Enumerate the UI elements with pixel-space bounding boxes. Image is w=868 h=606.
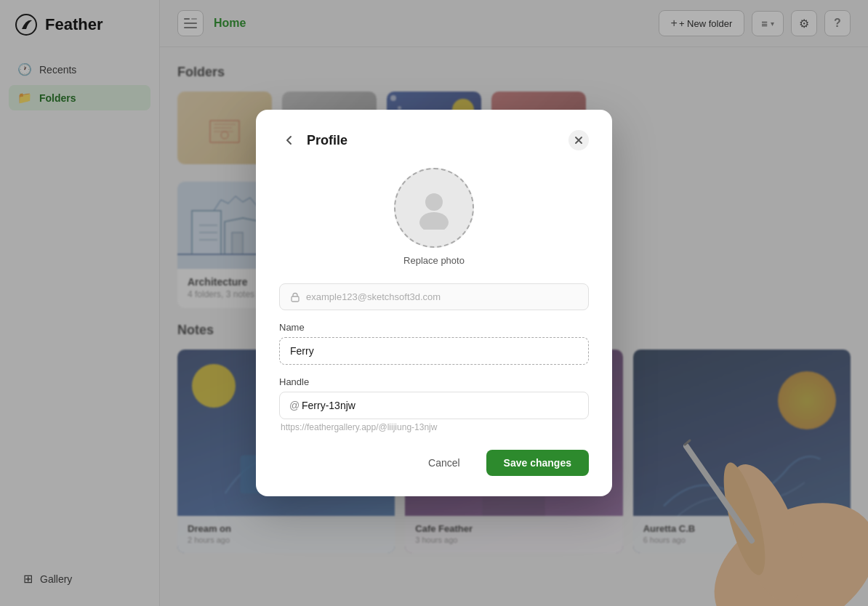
svg-point-21 [425,193,443,211]
handle-field-label: Handle [279,376,589,387]
at-symbol: @ [289,400,300,411]
lock-icon [290,292,300,302]
back-arrow-icon [283,134,296,147]
handle-field-wrapper: @ [279,392,589,419]
modal-overlay[interactable]: Profile Replace photo [0,0,868,606]
svg-rect-23 [292,296,299,302]
save-changes-button[interactable]: Save changes [486,450,589,476]
handle-input[interactable] [279,392,589,419]
avatar-section: Replace photo [279,168,589,266]
modal-close-button[interactable] [568,130,589,150]
avatar-upload-area[interactable] [394,168,474,248]
email-value: example123@sketchsoft3d.com [306,291,441,302]
avatar-person-icon [412,186,456,230]
modal-back-button[interactable] [279,130,300,150]
name-field-label: Name [279,322,589,333]
svg-point-22 [419,212,449,230]
cancel-button[interactable]: Cancel [411,450,478,476]
modal-header-left: Profile [279,130,347,150]
handle-url: https://feathergallery.app/@liijiung-13n… [279,422,589,432]
name-input[interactable] [279,337,589,365]
profile-modal: Profile Replace photo [256,110,612,496]
modal-title: Profile [307,133,347,148]
modal-header: Profile [279,130,589,150]
replace-photo-button[interactable]: Replace photo [403,255,465,266]
modal-footer: Cancel Save changes [279,450,589,476]
close-icon [574,136,583,145]
email-display: example123@sketchsoft3d.com [279,283,589,310]
